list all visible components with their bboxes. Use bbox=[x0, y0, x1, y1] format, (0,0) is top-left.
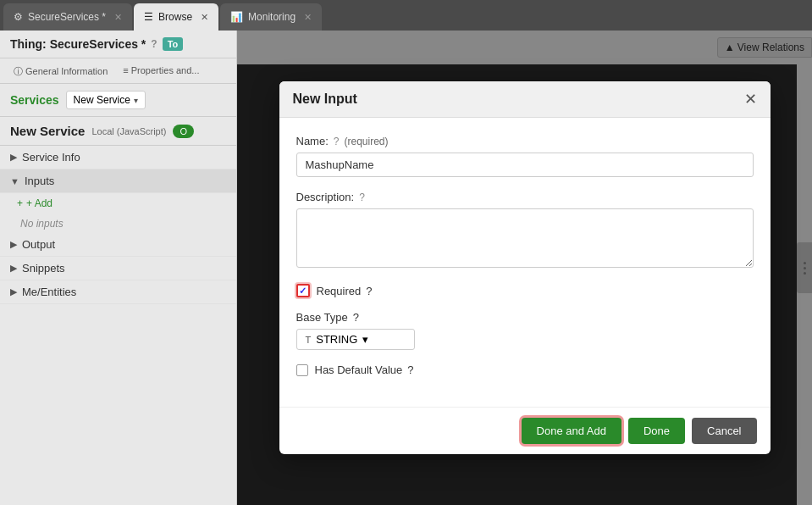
required-help-icon[interactable]: ? bbox=[366, 285, 372, 297]
no-inputs-label: No inputs bbox=[0, 214, 236, 233]
name-field-row: Name: ? (required) bbox=[296, 135, 754, 177]
me-entities-label: Me/Entities bbox=[22, 286, 76, 298]
has-default-checkbox[interactable] bbox=[296, 364, 308, 376]
service-info-arrow: ▶ bbox=[10, 152, 17, 163]
has-default-label: Has Default Value ? bbox=[315, 363, 414, 376]
new-service-subtitle: Local (JavaScript) bbox=[91, 126, 166, 136]
base-type-value: STRING bbox=[316, 333, 357, 346]
has-default-value-row: Has Default Value ? bbox=[296, 363, 754, 376]
cancel-button[interactable]: Cancel bbox=[692, 418, 756, 444]
tab-icon-browse: ☰ bbox=[144, 11, 153, 23]
me-entities-arrow: ▶ bbox=[10, 286, 17, 297]
output-arrow: ▶ bbox=[10, 239, 17, 250]
add-label: + Add bbox=[26, 197, 52, 209]
sidebar-item-me-entities[interactable]: ▶ Me/Entities bbox=[0, 280, 236, 304]
done-button[interactable]: Done bbox=[628, 418, 685, 444]
tab-monitoring[interactable]: 📊 Monitoring ✕ bbox=[220, 3, 322, 31]
services-section: Services New Service ▾ bbox=[0, 84, 236, 117]
services-label: Services bbox=[10, 93, 59, 107]
has-default-help-icon[interactable]: ? bbox=[407, 363, 413, 376]
description-help-icon[interactable]: ? bbox=[359, 191, 365, 203]
name-required-text: (required) bbox=[344, 136, 388, 147]
sidebar-item-service-info[interactable]: ▶ Service Info bbox=[0, 146, 236, 169]
base-type-label-text: Base Type bbox=[296, 311, 348, 324]
new-service-label: New Service bbox=[74, 94, 130, 106]
add-input-button[interactable]: + + Add bbox=[17, 197, 52, 209]
description-label: Description: ? bbox=[296, 191, 754, 203]
snippets-arrow: ▶ bbox=[10, 263, 17, 274]
tab-browse[interactable]: ☰ Browse ✕ bbox=[134, 3, 218, 31]
modal-footer: Done and Add Done Cancel bbox=[279, 407, 771, 454]
name-help-icon[interactable]: ? bbox=[334, 136, 340, 147]
description-textarea[interactable] bbox=[296, 208, 754, 268]
snippets-label: Snippets bbox=[22, 262, 65, 275]
modal-overlay[interactable]: New Input ✕ Name: ? (required) bbox=[237, 31, 812, 505]
tab-bar: ⚙ SecureServices * ✕ ☰ Browse ✕ 📊 Monito… bbox=[0, 0, 812, 31]
base-type-arrow-icon: ▾ bbox=[362, 333, 368, 346]
tab-label-monitoring: Monitoring bbox=[248, 11, 296, 23]
base-type-label: Base Type ? bbox=[296, 311, 754, 324]
service-info-label: Service Info bbox=[22, 151, 80, 164]
nav-tab-properties[interactable]: ≡ Properties and... bbox=[116, 62, 206, 83]
required-checkbox-label: Required ? bbox=[317, 285, 373, 297]
required-checkbox-row: Required ? bbox=[296, 284, 754, 297]
sidebar-item-output[interactable]: ▶ Output bbox=[0, 233, 236, 257]
new-service-button[interactable]: New Service ▾ bbox=[66, 91, 146, 109]
required-checkbox[interactable] bbox=[296, 284, 310, 297]
tab-close-secure-services[interactable]: ✕ bbox=[114, 12, 122, 23]
page-title: Thing: SecureServices * bbox=[10, 37, 146, 51]
description-label-text: Description: bbox=[296, 191, 355, 203]
new-service-title: New Service bbox=[10, 124, 85, 138]
inputs-add-row[interactable]: + + Add bbox=[0, 193, 236, 214]
base-type-help-icon[interactable]: ? bbox=[353, 311, 359, 324]
tab-label-browse: Browse bbox=[158, 11, 192, 23]
sidebar: Thing: SecureServices * ? To ⓘ General I… bbox=[0, 31, 237, 505]
tab-icon-monitoring: 📊 bbox=[230, 11, 243, 23]
main-area: Thing: SecureServices * ? To ⓘ General I… bbox=[0, 31, 812, 505]
inputs-label: Inputs bbox=[25, 175, 54, 187]
thing-title-row: Thing: SecureServices * ? To bbox=[10, 37, 226, 51]
thing-help-icon[interactable]: ? bbox=[151, 38, 157, 50]
tab-icon-secure-services: ⚙ bbox=[14, 11, 23, 23]
sidebar-header: Thing: SecureServices * ? To bbox=[0, 31, 236, 58]
new-service-header: New Service Local (JavaScript) O bbox=[0, 117, 236, 146]
modal-body: Name: ? (required) Description: ? bbox=[279, 118, 771, 407]
new-input-modal: New Input ✕ Name: ? (required) bbox=[279, 81, 771, 454]
nav-tab-general-info[interactable]: ⓘ General Information bbox=[7, 62, 114, 83]
modal-title: New Input bbox=[293, 92, 357, 107]
inputs-arrow: ▼ bbox=[10, 176, 19, 186]
new-service-dropdown-icon: ▾ bbox=[134, 96, 138, 105]
has-default-label-text: Has Default Value bbox=[315, 363, 403, 376]
modal-close-button[interactable]: ✕ bbox=[744, 92, 757, 107]
tab-label-secure-services: SecureServices * bbox=[28, 11, 106, 23]
tab-close-browse[interactable]: ✕ bbox=[201, 12, 208, 23]
type-icon: T bbox=[306, 335, 312, 345]
right-content: ▲ View Relations New Input ✕ bbox=[237, 31, 812, 505]
sidebar-item-snippets[interactable]: ▶ Snippets bbox=[0, 257, 236, 280]
base-type-row: Base Type ? T STRING ▾ bbox=[296, 311, 754, 350]
description-field-row: Description: ? bbox=[296, 191, 754, 270]
new-service-toggle[interactable]: O bbox=[173, 125, 194, 138]
done-and-add-button[interactable]: Done and Add bbox=[522, 418, 621, 444]
tree-section: ▶ Service Info ▼ Inputs + + Add No input… bbox=[0, 146, 236, 505]
tab-close-monitoring[interactable]: ✕ bbox=[304, 12, 312, 23]
add-plus-icon: + bbox=[17, 197, 23, 209]
output-label: Output bbox=[22, 238, 55, 251]
nav-tabs: ⓘ General Information ≡ Properties and..… bbox=[0, 58, 236, 84]
required-label-text: Required bbox=[317, 285, 362, 297]
modal-header: New Input ✕ bbox=[279, 81, 771, 118]
to-button[interactable]: To bbox=[163, 37, 184, 51]
sidebar-item-inputs[interactable]: ▼ Inputs bbox=[0, 169, 236, 193]
name-label: Name: ? (required) bbox=[296, 135, 754, 147]
tab-secure-services[interactable]: ⚙ SecureServices * ✕ bbox=[3, 3, 132, 31]
name-label-text: Name: bbox=[296, 135, 329, 147]
name-input[interactable] bbox=[296, 153, 754, 177]
base-type-select[interactable]: T STRING ▾ bbox=[296, 329, 415, 350]
